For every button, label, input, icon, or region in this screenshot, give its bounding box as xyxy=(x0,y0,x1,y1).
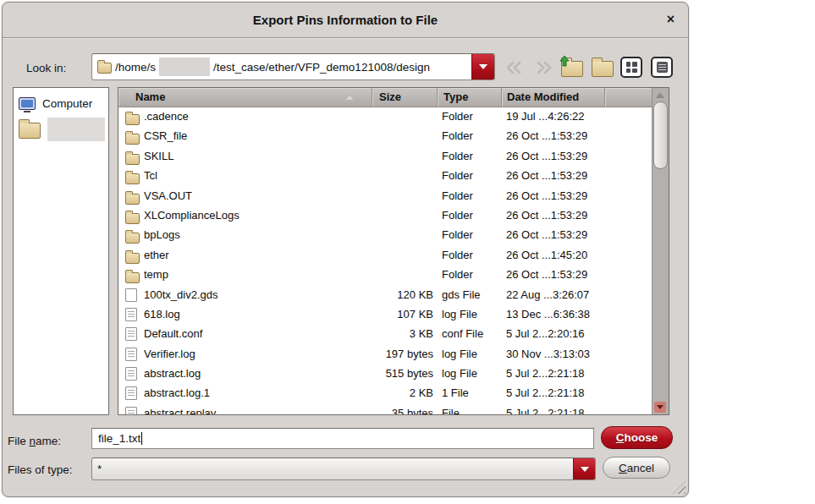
column-header-filler xyxy=(605,88,654,107)
file-date-cell: 5 Jul 2...2:20:16 xyxy=(506,324,606,343)
table-row[interactable]: ether Folder 26 Oct ...1:45:20 xyxy=(118,245,653,265)
look-in-dropdown-arrow-icon[interactable] xyxy=(471,54,494,79)
back-button[interactable] xyxy=(501,56,526,79)
table-row[interactable]: 100tx_div2.gds 120 KB gds File 22 Aug ..… xyxy=(118,285,653,304)
table-row[interactable]: bpLogs Folder 26 Oct ...1:53:29 xyxy=(118,225,653,244)
file-date-cell: 26 Oct ...1:45:20 xyxy=(506,245,606,265)
file-size-cell: 197 bytes xyxy=(367,344,433,364)
icon-view-button[interactable] xyxy=(620,57,642,78)
file-icon xyxy=(125,233,140,244)
file-name-cell: .cadence xyxy=(144,107,368,126)
grid-icon xyxy=(626,62,637,73)
choose-button[interactable]: Choose xyxy=(601,426,673,449)
file-name-cell: abstract.replay xyxy=(144,403,368,414)
double-chevron-left-icon xyxy=(504,60,524,75)
file-icon xyxy=(125,173,140,184)
file-icon xyxy=(125,327,137,341)
look-in-combo[interactable]: /home/s/test_case/ether/VFP_demo121008/d… xyxy=(91,53,495,80)
table-row[interactable]: abstract.log 515 bytes log File 5 Jul 2.… xyxy=(118,364,653,383)
table-row[interactable]: CSR_file Folder 26 Oct ...1:53:29 xyxy=(118,126,653,145)
file-name-cell: Default.conf xyxy=(144,324,368,343)
file-date-cell: 26 Oct ...1:53:29 xyxy=(506,186,606,205)
file-name-cell: VSA.OUT xyxy=(144,186,368,205)
file-icon xyxy=(125,114,140,125)
file-list: Name Size Type Date Modified .cadence Fo… xyxy=(118,87,669,415)
column-header-name[interactable]: Name xyxy=(118,88,372,107)
file-name-cell: abstract.log.1 xyxy=(144,383,368,403)
table-row[interactable]: Default.conf 3 KB conf File 5 Jul 2...2:… xyxy=(118,324,653,343)
file-date-cell: 5 Jul 2...2:21:18 xyxy=(506,383,606,403)
file-type-combo[interactable]: * xyxy=(91,457,596,480)
column-header-size[interactable]: Size xyxy=(372,88,438,107)
table-row[interactable]: Tcl Folder 26 Oct ...1:53:29 xyxy=(118,166,653,185)
table-header: Name Size Type Date Modified xyxy=(118,88,654,107)
computer-icon xyxy=(19,97,36,110)
title-bar: Export Pins Information to File × xyxy=(3,3,688,38)
table-row[interactable]: SKILL Folder 26 Oct ...1:53:29 xyxy=(118,146,653,166)
file-type-cell: Folder xyxy=(442,245,503,265)
file-name-cell: temp xyxy=(144,265,368,284)
parent-directory-button[interactable] xyxy=(559,56,584,79)
file-date-cell: 5 Jul 2...2:21:18 xyxy=(506,364,606,383)
file-size-cell xyxy=(367,166,433,185)
table-row[interactable]: abstract.replay 35 bytes File 5 Jul 2...… xyxy=(118,403,653,414)
file-icon xyxy=(125,348,137,361)
file-type-cell: conf File xyxy=(442,324,503,343)
file-type-cell: Folder xyxy=(442,107,503,126)
cancel-button[interactable]: Cancel xyxy=(603,457,670,479)
forward-button[interactable] xyxy=(531,56,556,79)
path-prefix: /home/s xyxy=(115,61,156,74)
file-icon xyxy=(125,288,137,302)
file-type-cell: Folder xyxy=(442,126,503,145)
file-name-cell: 100tx_div2.gds xyxy=(144,285,368,304)
file-type-cell: Folder xyxy=(442,265,503,284)
open-folder-icon xyxy=(592,61,614,77)
file-name-label: File name: xyxy=(8,435,61,447)
detail-view-button[interactable] xyxy=(651,57,673,78)
scroll-up-icon[interactable] xyxy=(656,92,664,98)
file-icon xyxy=(125,253,140,264)
sidebar-item-folder[interactable] xyxy=(14,115,108,144)
sort-ascending-icon xyxy=(345,95,354,100)
screenshot: Export Pins Information to File × Look i… xyxy=(0,0,815,504)
close-icon[interactable]: × xyxy=(667,11,675,28)
column-header-date-modified[interactable]: Date Modified xyxy=(502,88,605,107)
file-date-cell: 13 Dec ...6:36:38 xyxy=(506,304,606,324)
folder-icon xyxy=(97,63,112,74)
file-date-cell: 30 Nov ...3:13:03 xyxy=(506,344,606,364)
file-type-value: * xyxy=(97,463,102,475)
file-name-cell: ether xyxy=(144,245,368,265)
resize-grip[interactable] xyxy=(673,481,686,494)
scroll-down-icon[interactable] xyxy=(654,402,666,413)
file-type-dropdown-arrow-icon[interactable] xyxy=(573,458,595,479)
table-row[interactable]: Verifier.log 197 bytes log File 30 Nov .… xyxy=(118,344,653,364)
file-size-cell: 515 bytes xyxy=(367,364,433,383)
file-type-cell: gds File xyxy=(442,285,503,304)
scrollbar-thumb[interactable] xyxy=(653,101,668,169)
column-header-type[interactable]: Type xyxy=(438,88,502,107)
file-icon xyxy=(125,154,140,165)
file-date-cell: 22 Aug ...3:26:07 xyxy=(506,285,606,304)
file-name-input[interactable]: file_1.txt xyxy=(91,428,594,449)
dialog-title: Export Pins Information to File xyxy=(3,13,688,27)
vertical-scrollbar[interactable] xyxy=(652,88,669,414)
sidebar-item-computer[interactable]: Computer xyxy=(14,91,108,115)
file-type-cell: File xyxy=(442,403,503,414)
file-date-cell: 26 Oct ...1:53:29 xyxy=(506,166,606,185)
table-row[interactable]: XLComplianceLogs Folder 26 Oct ...1:53:2… xyxy=(118,205,653,225)
file-type-cell: Folder xyxy=(442,225,503,244)
file-size-cell: 107 KB xyxy=(367,304,433,324)
file-size-cell: 35 bytes xyxy=(367,403,433,414)
table-row[interactable]: 618.log 107 KB log File 13 Dec ...6:36:3… xyxy=(118,304,653,324)
table-row[interactable]: VSA.OUT Folder 26 Oct ...1:53:29 xyxy=(118,186,653,205)
sidebar-item-label: Computer xyxy=(42,97,92,110)
file-type-cell: log File xyxy=(442,344,503,364)
table-row[interactable]: temp Folder 26 Oct ...1:53:29 xyxy=(118,265,653,284)
file-icon xyxy=(125,386,137,400)
table-row[interactable]: .cadence Folder 19 Jul ...4:26:22 xyxy=(118,107,653,126)
file-size-cell xyxy=(367,245,433,265)
new-folder-button[interactable] xyxy=(590,56,614,79)
folder-icon xyxy=(19,123,41,139)
table-row[interactable]: abstract.log.1 2 KB 1 File 5 Jul 2...2:2… xyxy=(118,383,653,403)
file-name-cell: XLComplianceLogs xyxy=(144,205,368,225)
